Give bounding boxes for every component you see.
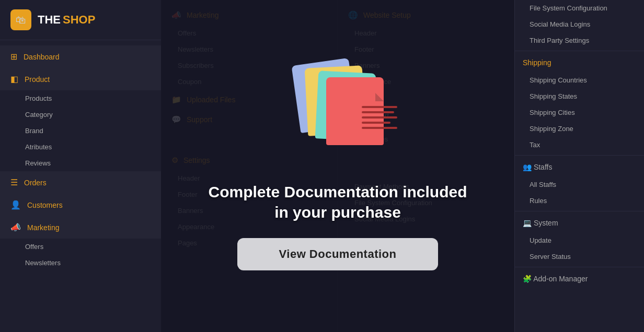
sidebar-item-dashboard[interactable]: ⊞ Dashboard bbox=[0, 45, 161, 68]
customers-icon: 👤 bbox=[10, 200, 21, 210]
logo-text: THE SHOP bbox=[38, 13, 95, 27]
right-link-third-party[interactable]: Third Party Settings bbox=[515, 32, 644, 49]
right-section-shipping[interactable]: Shipping bbox=[515, 53, 644, 72]
marketing-icon: 📣 bbox=[10, 222, 21, 232]
divider-4 bbox=[515, 267, 644, 267]
orders-icon: ☰ bbox=[10, 177, 18, 187]
view-documentation-button[interactable]: View Documentation bbox=[237, 238, 439, 270]
product-icon: ◧ bbox=[10, 74, 18, 84]
documentation-overlay: Complete Documentation included in your … bbox=[161, 0, 514, 332]
right-link-update[interactable]: Update bbox=[515, 232, 644, 248]
right-section-system[interactable]: 💻 System bbox=[515, 214, 644, 232]
customers-label: Customers bbox=[27, 201, 63, 209]
sidebar: 🛍 THE SHOP ⊞ Dashboard ◧ Product Product… bbox=[0, 0, 161, 332]
right-link-shipping-cities[interactable]: Shipping Cities bbox=[515, 104, 644, 121]
logo-icon: 🛍 bbox=[10, 9, 31, 30]
doc-lines bbox=[362, 106, 401, 132]
doc-line-5 bbox=[362, 127, 397, 129]
marketing-label: Marketing bbox=[27, 223, 59, 232]
subnav-atributes[interactable]: Atributes bbox=[0, 139, 161, 155]
product-label: Product bbox=[25, 75, 50, 84]
subnav-brand[interactable]: Brand bbox=[0, 123, 161, 139]
doc-line-1 bbox=[362, 106, 397, 108]
subnav-reviews[interactable]: Reviews bbox=[0, 155, 161, 171]
staffs-icon: 👥 bbox=[523, 163, 534, 171]
logo-the: THE bbox=[38, 13, 61, 27]
system-label: System bbox=[534, 219, 558, 227]
divider-3 bbox=[515, 211, 644, 211]
orders-label: Orders bbox=[24, 179, 47, 187]
subnav-products[interactable]: Products bbox=[0, 90, 161, 106]
doc-fold bbox=[375, 93, 384, 101]
staffs-label: Staffs bbox=[534, 163, 553, 171]
dashboard-label: Dashboard bbox=[24, 53, 60, 61]
divider-1 bbox=[515, 51, 644, 51]
shipping-label: Shipping bbox=[523, 58, 551, 67]
main-content: 📣 Marketing Offers Newsletters Subscribe… bbox=[161, 0, 514, 332]
overlay-title: Complete Documentation included in your … bbox=[208, 182, 467, 222]
right-link-shipping-countries[interactable]: Shipping Countries bbox=[515, 72, 644, 88]
right-link-tax[interactable]: Tax bbox=[515, 137, 644, 153]
doc-line-2 bbox=[362, 111, 394, 113]
divider-2 bbox=[515, 155, 644, 156]
sidebar-item-product[interactable]: ◧ Product bbox=[0, 68, 161, 90]
sidebar-logo: 🛍 THE SHOP bbox=[0, 0, 161, 40]
addon-icon: 🧩 bbox=[523, 275, 533, 283]
logo-shop: SHOP bbox=[63, 13, 95, 27]
doc-line-3 bbox=[362, 116, 397, 118]
right-link-shipping-zone[interactable]: Shipping Zone bbox=[515, 121, 644, 137]
right-link-all-staffs[interactable]: All Staffs bbox=[515, 176, 644, 193]
right-link-fs-config[interactable]: File System Configuration bbox=[515, 0, 644, 16]
right-link-social-media[interactable]: Social Media Logins bbox=[515, 16, 644, 32]
right-link-rules[interactable]: Rules bbox=[515, 193, 644, 209]
subnav-newsletters[interactable]: Newsletters bbox=[0, 255, 161, 271]
dashboard-icon: ⊞ bbox=[10, 52, 17, 62]
sidebar-item-customers[interactable]: 👤 Customers bbox=[0, 194, 161, 216]
doc-page-red bbox=[326, 77, 384, 145]
system-icon: 💻 bbox=[523, 219, 534, 227]
sidebar-item-orders[interactable]: ☰ Orders bbox=[0, 171, 161, 194]
right-section-staffs[interactable]: 👥 Staffs bbox=[515, 158, 644, 176]
doc-illustration bbox=[291, 62, 385, 166]
addon-label: Add-on Manager bbox=[533, 275, 588, 283]
right-section-addon[interactable]: 🧩 Add-on Manager bbox=[515, 269, 644, 288]
right-link-server-status[interactable]: Server Status bbox=[515, 248, 644, 265]
subnav-category[interactable]: Category bbox=[0, 106, 161, 123]
right-link-shipping-states[interactable]: Shipping States bbox=[515, 88, 644, 104]
right-panel: File System Configuration Social Media L… bbox=[514, 0, 644, 332]
app-container: 🛍 THE SHOP ⊞ Dashboard ◧ Product Product… bbox=[0, 0, 644, 332]
subnav-offers[interactable]: Offers bbox=[0, 239, 161, 255]
sidebar-nav: ⊞ Dashboard ◧ Product Products Category … bbox=[0, 40, 161, 276]
sidebar-item-marketing[interactable]: 📣 Marketing bbox=[0, 216, 161, 239]
doc-line-4 bbox=[362, 122, 390, 124]
